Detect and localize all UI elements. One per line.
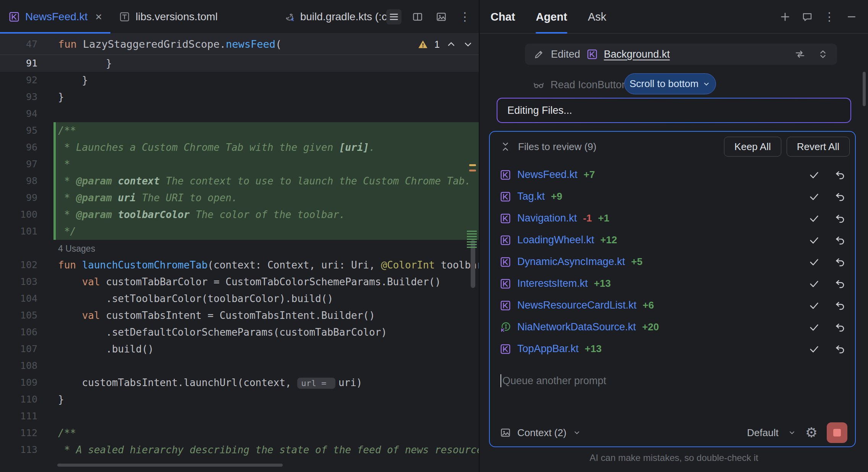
edited-file-card[interactable]: Edited Background.kt <box>525 44 837 65</box>
show-diff-icon[interactable] <box>794 48 806 60</box>
next-occurrence-icon[interactable] <box>463 39 473 50</box>
keep-file-icon[interactable] <box>808 256 820 268</box>
revert-file-icon[interactable] <box>834 213 846 224</box>
code-text: /** <box>53 122 479 139</box>
stop-button[interactable] <box>827 422 847 443</box>
code-area[interactable]: 91 }92 }93}9495/**96 * Launches a Custom… <box>0 55 479 472</box>
file-link[interactable]: DynamicAsyncImage.kt <box>517 256 625 268</box>
code-text: fun launchCustomChromeTab(context: Conte… <box>53 257 479 273</box>
revert-all-button[interactable]: Revert All <box>787 137 850 157</box>
line-number: 113 <box>0 441 53 458</box>
assistant-tab-chat[interactable]: Chat <box>491 0 515 34</box>
scrollbar-warning-mark[interactable] <box>469 164 476 166</box>
keep-file-icon[interactable] <box>808 343 820 355</box>
tab-label: libs.versions.toml <box>136 11 218 23</box>
line-number <box>0 240 53 257</box>
line-number: 102 <box>0 257 53 273</box>
new-chat-icon[interactable] <box>779 11 791 23</box>
line-number: 100 <box>0 206 53 223</box>
keep-file-icon[interactable] <box>808 213 820 224</box>
close-tab-icon[interactable]: × <box>95 10 102 23</box>
expand-collapse-icon[interactable] <box>817 48 829 60</box>
more-options-icon[interactable]: ⋮ <box>824 11 835 23</box>
structure-list-icon[interactable] <box>386 9 402 24</box>
tab-newsfeed-kt[interactable]: NewsFeed.kt × <box>0 0 110 34</box>
svg-text:K: K <box>291 18 294 22</box>
more-options-icon[interactable]: ⋮ <box>457 9 473 24</box>
file-link[interactable]: Navigation.kt <box>517 212 577 224</box>
code-text: * @param toolbarColor The color of the t… <box>53 206 479 223</box>
assistant-tab-ask[interactable]: Ask <box>588 0 606 34</box>
revert-file-icon[interactable] <box>834 300 846 311</box>
revert-file-icon[interactable] <box>834 169 846 181</box>
keep-all-button[interactable]: Keep All <box>724 137 781 157</box>
prompt-input[interactable]: Queue another prompt <box>500 372 606 389</box>
added-lines-count: +13 <box>594 278 611 289</box>
keep-file-icon[interactable] <box>808 322 820 333</box>
scroll-to-bottom-label: Scroll to bottom <box>630 78 699 90</box>
revert-file-icon[interactable] <box>834 256 846 268</box>
kotlin-file-icon <box>500 213 511 224</box>
revert-file-icon[interactable] <box>834 322 846 333</box>
scroll-to-bottom-button[interactable]: Scroll to bottom <box>624 73 716 94</box>
keep-file-icon[interactable] <box>808 169 820 181</box>
hide-panel-icon[interactable] <box>846 11 857 23</box>
code-editor: NewsFeed.kt × libs.versions.toml K build… <box>0 0 479 472</box>
collapse-icon[interactable] <box>500 141 511 152</box>
code-text <box>53 357 479 374</box>
code-text: * A sealed hierarchy describing the stat… <box>53 441 479 458</box>
code-text: .setDefaultColorSchemeParams(customTabBa… <box>53 324 479 341</box>
chat-history-icon[interactable] <box>802 11 813 23</box>
code-text: } <box>53 72 479 89</box>
kotlin-file-icon <box>500 234 511 246</box>
keep-file-icon[interactable] <box>808 278 820 289</box>
settings-gear-icon[interactable]: ⚙ <box>805 426 818 440</box>
model-selector[interactable]: Default <box>747 427 778 439</box>
chat-scrollbar[interactable] <box>863 72 866 106</box>
tab-libs-versions-toml[interactable]: libs.versions.toml <box>110 0 226 34</box>
keep-file-icon[interactable] <box>808 300 820 311</box>
edited-file-link[interactable]: Background.kt <box>604 48 670 60</box>
revert-file-icon[interactable] <box>834 234 846 246</box>
line-number: 95 <box>0 122 53 139</box>
scrollbar-warning-mark[interactable] <box>469 170 476 171</box>
review-file-row: DynamicAsyncImage.kt+5 <box>490 251 855 273</box>
revert-file-icon[interactable] <box>834 278 846 289</box>
line-number: 99 <box>0 189 53 206</box>
review-file-row: LoadingWheel.kt+12 <box>490 229 855 251</box>
assistant-tab-agent[interactable]: Agent <box>536 0 567 34</box>
code-line: 95/** <box>0 122 479 139</box>
keep-file-icon[interactable] <box>808 191 820 202</box>
attach-image-icon[interactable] <box>500 427 511 438</box>
code-text <box>53 105 479 122</box>
revert-file-icon[interactable] <box>834 191 846 202</box>
added-lines-count: +1 <box>598 212 609 224</box>
line-number: 91 <box>0 55 53 72</box>
stop-icon <box>833 429 841 436</box>
code-line: 111 <box>0 408 479 425</box>
previous-occurrence-icon[interactable] <box>446 39 457 50</box>
split-editor-icon[interactable] <box>410 9 425 24</box>
keep-file-icon[interactable] <box>808 234 820 246</box>
image-preview-icon[interactable] <box>434 9 449 24</box>
kotlin-file-icon <box>8 11 20 23</box>
read-file-row: Read IconButton. <box>533 75 630 95</box>
sticky-function-header[interactable]: 47 fun LazyStaggeredGridScope.newsFeed( … <box>0 34 479 55</box>
usages-hint[interactable]: 4 Usages <box>58 244 95 254</box>
review-file-row: Navigation.kt-1+1 <box>490 207 855 229</box>
prompt-toolbar: Context (2) Default ⚙ <box>490 420 855 445</box>
file-link[interactable]: NewsFeed.kt <box>517 169 578 181</box>
scrollbar-change-marks[interactable] <box>467 231 477 249</box>
file-link[interactable]: NewsResourceCardList.kt <box>517 299 636 311</box>
file-row-actions <box>808 191 846 202</box>
context-selector[interactable]: Context (2) <box>517 427 567 439</box>
revert-file-icon[interactable] <box>834 343 846 355</box>
file-row-actions <box>808 322 846 333</box>
file-link[interactable]: TopAppBar.kt <box>517 343 579 355</box>
horizontal-scrollbar[interactable] <box>57 464 283 467</box>
file-link[interactable]: InterestsItem.kt <box>517 278 588 289</box>
file-link[interactable]: NiaNetworkDataSource.kt <box>517 321 636 333</box>
review-file-row: TopAppBar.kt+13 <box>490 338 855 360</box>
file-link[interactable]: LoadingWheel.kt <box>517 234 594 246</box>
file-link[interactable]: Tag.kt <box>517 191 545 202</box>
